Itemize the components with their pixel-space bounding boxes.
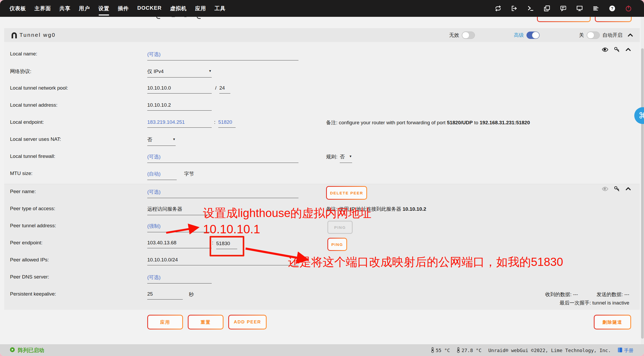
advanced-toggle[interactable] — [526, 32, 540, 39]
local-name-input[interactable]: (可选) — [147, 51, 298, 60]
nav-item-users[interactable]: 用户 — [79, 5, 90, 12]
pool-label: Local tunnel network pool: — [10, 85, 68, 91]
book-icon — [618, 347, 622, 354]
local-settings-section — [4, 42, 640, 184]
handshake-status: 最后一次握手: tunnel is inactive — [560, 300, 629, 306]
autostart-off-label: 关 — [579, 32, 584, 39]
tunnel-header: Tunnel wg0 无效 高级 关 自动开启 — [4, 28, 640, 42]
chevron-down-icon: ▼ — [173, 137, 176, 141]
delete-tunnel-button[interactable]: 删除隧道 — [594, 315, 631, 329]
autostart-label: 自动开启 — [602, 32, 622, 39]
terminal-icon[interactable] — [527, 5, 534, 12]
advanced-label: 高级 — [514, 32, 524, 39]
annotation-text-2: 10.10.10.1 — [203, 222, 260, 236]
local-endpoint-note: 备注: configure your router with port forw… — [326, 119, 530, 126]
add-peer-button[interactable]: ADD PEER — [228, 315, 267, 329]
apply-button[interactable]: 应用 — [147, 315, 183, 329]
received-data: 收到的数据: --- — [545, 292, 578, 297]
allowed-ips-input[interactable]: 10.10.10.0/24 — [147, 257, 298, 265]
thermometer-icon — [431, 347, 434, 354]
ping-button-disabled: PING — [327, 221, 353, 234]
inactive-toggle-group: 无效 — [449, 28, 475, 42]
peer-dns-input[interactable]: (可选) — [147, 274, 212, 283]
mtu-label: MTU size: — [10, 171, 33, 176]
key-icon[interactable] — [613, 46, 620, 54]
manual-link[interactable]: 手册 — [618, 347, 633, 354]
rule-select[interactable]: 否▼ — [340, 153, 352, 163]
local-endpoint-port-input[interactable]: 51820 — [218, 119, 236, 128]
chevron-down-icon: ▼ — [209, 69, 212, 73]
chat-icon[interactable] — [560, 5, 567, 12]
nav-item-shares[interactable]: 共享 — [59, 5, 70, 12]
power-icon[interactable] — [625, 5, 632, 12]
unraid-settings-page: 仪表板 主界面 共享 用户 设置 插件 DOCKER 虚拟机 应用 工具 ? T… — [0, 0, 644, 356]
local-name-label: Local name: — [10, 51, 37, 57]
key-icon[interactable] — [613, 185, 620, 193]
nat-label: Local server uses NAT: — [10, 136, 61, 142]
rule-label: 规则: — [326, 153, 337, 160]
local-endpoint-label: Local endpoint: — [10, 119, 44, 125]
autostart-toggle[interactable] — [587, 32, 600, 39]
nav-item-dashboard[interactable]: 仪表板 — [9, 5, 26, 12]
firewall-label: Local tunnel firewall: — [10, 153, 55, 159]
scrollbar-thumb[interactable] — [641, 48, 644, 339]
svg-text:?: ? — [611, 6, 613, 11]
collapse-header-icon[interactable] — [627, 32, 634, 40]
nav-item-plugins[interactable]: 插件 — [118, 5, 129, 12]
protocol-select[interactable]: 仅 IPv4▼ — [147, 68, 212, 78]
peer-dns-label: Peer DNS server: — [10, 274, 49, 280]
tunnel-icon — [11, 32, 17, 40]
thermometer-icon — [457, 347, 460, 354]
nav-item-tools[interactable]: 工具 — [215, 5, 226, 12]
keepalive-label: Persistent keepalive: — [10, 291, 56, 297]
copy-icon[interactable] — [544, 5, 550, 12]
pool-mask-input[interactable]: 24 — [219, 85, 230, 94]
log-icon[interactable] — [592, 5, 599, 12]
nat-select[interactable]: 否▼ — [147, 136, 176, 146]
allowed-ips-label: Peer allowed IPs: — [10, 257, 49, 263]
nav-item-settings[interactable]: 设置 — [98, 5, 109, 12]
nav-item-docker[interactable]: DOCKER — [137, 5, 162, 12]
firewall-input[interactable]: (可选) — [147, 153, 298, 163]
delete-peer-button[interactable]: DELETE PEER — [326, 186, 367, 200]
ping-button[interactable]: PING — [327, 238, 347, 251]
view-icon[interactable] — [602, 185, 608, 193]
status-bar: 阵列已启动 55 °C 27.8 °C Unraid® webGui ©2022… — [0, 344, 644, 356]
inactive-toggle[interactable] — [462, 32, 475, 39]
peer-name-input[interactable]: (可选) — [147, 189, 298, 198]
nav-item-main[interactable]: 主界面 — [34, 5, 51, 12]
logout-icon[interactable] — [511, 5, 518, 12]
peer-tunnel-address-label: Peer tunnel address: — [10, 223, 56, 229]
peer-type-select[interactable]: 远程访问服务器 — [147, 206, 212, 215]
nav-icon-group: ? — [495, 0, 632, 17]
collapse-section-icon[interactable] — [625, 46, 632, 54]
local-endpoint-host-input[interactable]: 183.219.104.251 — [147, 119, 212, 128]
annotation-highlight-box — [210, 236, 244, 256]
sync-icon[interactable] — [495, 5, 501, 12]
nav-item-vms[interactable]: 虚拟机 — [170, 5, 187, 12]
collapse-section-icon[interactable] — [625, 185, 632, 193]
local-address-label: Local tunnel address: — [10, 102, 58, 108]
pool-input[interactable]: 10.10.10.0 — [147, 85, 212, 94]
command-icon: ⌘ — [638, 111, 644, 121]
local-address-input[interactable]: 10.10.10.2 — [147, 102, 212, 111]
array-status-text: 阵列已启动 — [18, 347, 44, 354]
peer-endpoint-host-input[interactable]: 103.40.13.68 — [147, 240, 212, 248]
scrollbar-track[interactable] — [641, 17, 644, 345]
monitor-icon[interactable] — [576, 5, 583, 12]
mtu-input[interactable]: (自动) — [147, 171, 177, 180]
mb-temp: 27.8 °C — [457, 347, 481, 354]
nav-menu: 仪表板 主界面 共享 用户 设置 插件 DOCKER 虚拟机 应用 工具 — [9, 5, 226, 12]
top-nav-bar: 仪表板 主界面 共享 用户 设置 插件 DOCKER 虚拟机 应用 工具 ? — [0, 0, 644, 17]
reset-button[interactable]: 重置 — [188, 315, 224, 329]
traffic-stats: 收到的数据: --- 发送的数据: --- — [545, 291, 629, 298]
view-icon[interactable] — [602, 46, 608, 54]
advanced-toggle-group: 高级 — [514, 28, 540, 42]
keepalive-input[interactable]: 25 — [147, 291, 183, 300]
help-icon[interactable]: ? — [609, 5, 616, 12]
footer-right: 55 °C 27.8 °C Unraid® webGui ©2022, Lime… — [431, 347, 633, 354]
nav-item-apps[interactable]: 应用 — [195, 5, 206, 12]
peer-settings-section — [4, 184, 640, 310]
sent-data: 发送的数据: --- — [596, 292, 629, 297]
peer-tunnel-address-input[interactable]: (强制) — [147, 223, 212, 232]
